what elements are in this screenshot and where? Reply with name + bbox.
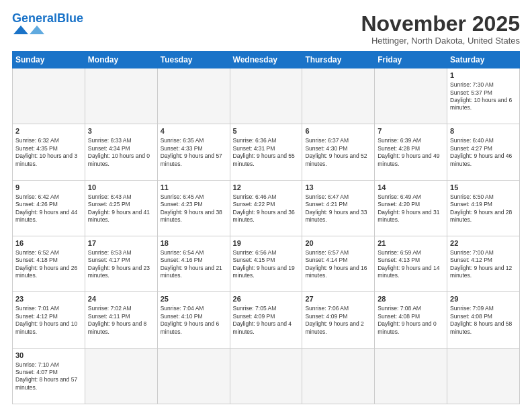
day-number: 18 — [161, 238, 227, 248]
calendar-cell: 1Sunrise: 7:30 AMSunset: 5:37 PMDaylight… — [447, 68, 520, 124]
day-number: 17 — [88, 238, 154, 248]
subtitle: Hettinger, North Dakota, United States — [361, 36, 520, 46]
calendar-cell — [157, 348, 230, 404]
col-sunday: Sunday — [13, 52, 85, 68]
calendar-cell: 29Sunrise: 7:09 AMSunset: 4:08 PMDayligh… — [447, 292, 520, 348]
calendar-week-row: 2Sunrise: 6:32 AMSunset: 4:35 PMDaylight… — [13, 124, 520, 180]
day-number: 11 — [161, 183, 227, 193]
day-number: 3 — [88, 126, 154, 136]
day-number: 8 — [450, 126, 517, 136]
calendar-cell — [375, 348, 447, 404]
logo-general: General — [12, 11, 57, 25]
col-tuesday: Tuesday — [157, 52, 230, 68]
calendar-week-row: 16Sunrise: 6:52 AMSunset: 4:18 PMDayligh… — [13, 236, 520, 292]
calendar-cell: 3Sunrise: 6:33 AMSunset: 4:34 PMDaylight… — [85, 124, 157, 180]
logo: GeneralBlue — [12, 12, 83, 34]
calendar-cell: 18Sunrise: 6:54 AMSunset: 4:16 PMDayligh… — [157, 236, 230, 292]
day-number: 2 — [15, 126, 82, 136]
logo-triangle-right — [30, 26, 44, 34]
calendar-cell: 23Sunrise: 7:01 AMSunset: 4:12 PMDayligh… — [13, 292, 85, 348]
logo-triangle-left — [13, 26, 28, 34]
col-wednesday: Wednesday — [230, 52, 302, 68]
calendar-cell: 13Sunrise: 6:47 AMSunset: 4:21 PMDayligh… — [302, 180, 375, 236]
day-number: 15 — [450, 183, 517, 193]
calendar-cell: 21Sunrise: 6:59 AMSunset: 4:13 PMDayligh… — [375, 236, 447, 292]
calendar-cell: 17Sunrise: 6:53 AMSunset: 4:17 PMDayligh… — [85, 236, 157, 292]
col-friday: Friday — [375, 52, 447, 68]
calendar: Sunday Monday Tuesday Wednesday Thursday… — [12, 51, 520, 404]
day-number: 29 — [450, 294, 517, 304]
calendar-cell: 14Sunrise: 6:49 AMSunset: 4:20 PMDayligh… — [375, 180, 447, 236]
day-number: 4 — [161, 126, 227, 136]
page: GeneralBlue November 2025 Hettinger, Nor… — [0, 0, 532, 411]
calendar-cell: 9Sunrise: 6:42 AMSunset: 4:26 PMDaylight… — [13, 180, 85, 236]
month-title: November 2025 — [361, 12, 520, 36]
day-number: 14 — [378, 183, 444, 193]
calendar-cell — [375, 68, 447, 124]
calendar-cell: 4Sunrise: 6:35 AMSunset: 4:33 PMDaylight… — [157, 124, 230, 180]
calendar-cell: 20Sunrise: 6:57 AMSunset: 4:14 PMDayligh… — [302, 236, 375, 292]
calendar-cell: 5Sunrise: 6:36 AMSunset: 4:31 PMDaylight… — [230, 124, 302, 180]
calendar-cell: 10Sunrise: 6:43 AMSunset: 4:25 PMDayligh… — [85, 180, 157, 236]
day-number: 30 — [15, 351, 82, 361]
calendar-cell: 28Sunrise: 7:08 AMSunset: 4:08 PMDayligh… — [375, 292, 447, 348]
calendar-cell — [157, 68, 230, 124]
day-number: 25 — [161, 294, 227, 304]
day-number: 27 — [305, 294, 371, 304]
col-saturday: Saturday — [447, 52, 520, 68]
calendar-cell: 2Sunrise: 6:32 AMSunset: 4:35 PMDaylight… — [13, 124, 85, 180]
calendar-cell — [230, 348, 302, 404]
day-number: 9 — [15, 183, 82, 193]
day-number: 22 — [450, 238, 517, 248]
calendar-cell: 16Sunrise: 6:52 AMSunset: 4:18 PMDayligh… — [13, 236, 85, 292]
day-number: 24 — [88, 294, 154, 304]
calendar-cell: 12Sunrise: 6:46 AMSunset: 4:22 PMDayligh… — [230, 180, 302, 236]
calendar-cell: 27Sunrise: 7:06 AMSunset: 4:09 PMDayligh… — [302, 292, 375, 348]
calendar-cell — [85, 348, 157, 404]
calendar-cell: 30Sunrise: 7:10 AMSunset: 4:07 PMDayligh… — [13, 348, 85, 404]
calendar-week-row: 23Sunrise: 7:01 AMSunset: 4:12 PMDayligh… — [13, 292, 520, 348]
calendar-cell: 25Sunrise: 7:04 AMSunset: 4:10 PMDayligh… — [157, 292, 230, 348]
calendar-cell: 6Sunrise: 6:37 AMSunset: 4:30 PMDaylight… — [302, 124, 375, 180]
day-number: 23 — [15, 294, 82, 304]
logo-blue: Blue — [57, 11, 83, 25]
calendar-cell: 24Sunrise: 7:02 AMSunset: 4:11 PMDayligh… — [85, 292, 157, 348]
day-number: 13 — [305, 183, 371, 193]
day-number: 16 — [15, 238, 82, 248]
day-number: 28 — [378, 294, 444, 304]
calendar-cell — [302, 68, 375, 124]
day-number: 7 — [378, 126, 444, 136]
day-number: 19 — [233, 238, 300, 248]
calendar-cell — [302, 348, 375, 404]
calendar-cell: 8Sunrise: 6:40 AMSunset: 4:27 PMDaylight… — [447, 124, 520, 180]
col-monday: Monday — [85, 52, 157, 68]
calendar-cell: 19Sunrise: 6:56 AMSunset: 4:15 PMDayligh… — [230, 236, 302, 292]
calendar-cell: 26Sunrise: 7:05 AMSunset: 4:09 PMDayligh… — [230, 292, 302, 348]
col-thursday: Thursday — [302, 52, 375, 68]
calendar-cell — [447, 348, 520, 404]
calendar-cell — [85, 68, 157, 124]
calendar-week-row: 1Sunrise: 7:30 AMSunset: 5:37 PMDaylight… — [13, 68, 520, 124]
header: GeneralBlue November 2025 Hettinger, Nor… — [12, 12, 520, 46]
day-number: 10 — [88, 183, 154, 193]
calendar-cell: 7Sunrise: 6:39 AMSunset: 4:28 PMDaylight… — [375, 124, 447, 180]
calendar-cell: 11Sunrise: 6:45 AMSunset: 4:23 PMDayligh… — [157, 180, 230, 236]
calendar-header-row: Sunday Monday Tuesday Wednesday Thursday… — [13, 52, 520, 68]
calendar-cell: 15Sunrise: 6:50 AMSunset: 4:19 PMDayligh… — [447, 180, 520, 236]
day-number: 6 — [305, 126, 371, 136]
day-number: 21 — [378, 238, 444, 248]
day-number: 5 — [233, 126, 300, 136]
day-number: 12 — [233, 183, 300, 193]
calendar-week-row: 9Sunrise: 6:42 AMSunset: 4:26 PMDaylight… — [13, 180, 520, 236]
day-number: 1 — [450, 71, 517, 81]
calendar-cell — [13, 68, 85, 124]
calendar-week-row: 30Sunrise: 7:10 AMSunset: 4:07 PMDayligh… — [13, 348, 520, 404]
logo-text: GeneralBlue — [12, 12, 83, 24]
day-number: 26 — [233, 294, 300, 304]
title-block: November 2025 Hettinger, North Dakota, U… — [361, 12, 520, 46]
calendar-cell: 22Sunrise: 7:00 AMSunset: 4:12 PMDayligh… — [447, 236, 520, 292]
day-number: 20 — [305, 238, 371, 248]
calendar-cell — [230, 68, 302, 124]
